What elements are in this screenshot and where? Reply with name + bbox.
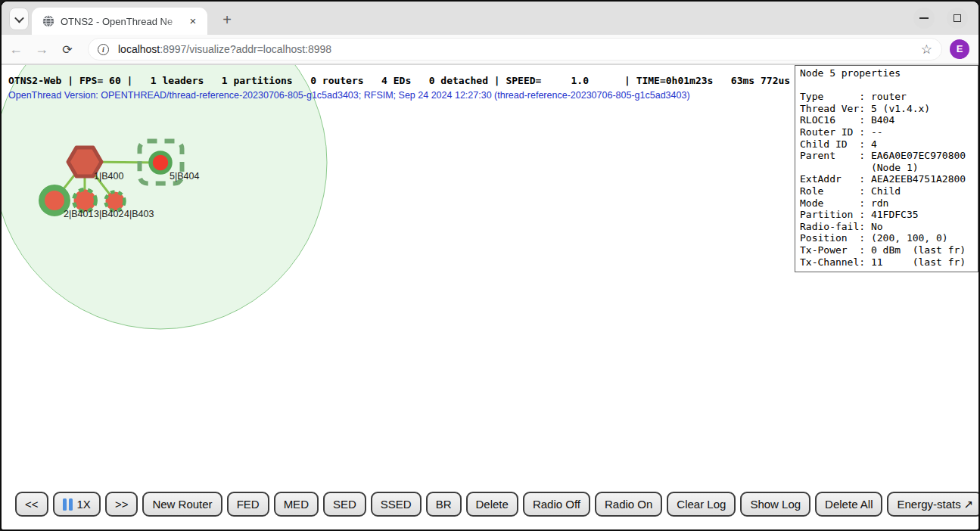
tab-search-button[interactable] [9,8,29,30]
node-2-label: 2|B401 [64,209,93,219]
node-4-circle[interactable] [106,192,125,211]
profile-avatar[interactable]: E [950,39,969,59]
browser-tab[interactable]: OTNS2 - OpenThread Ne × [32,8,207,35]
radio-on-button[interactable]: Radio On [595,492,662,517]
delete-button[interactable]: Delete [466,492,518,517]
clear-log-button[interactable]: Clear Log [667,492,736,517]
browser-toolbar: ← → ⟳ i localhost:8997/visualize?addr=lo… [2,35,978,65]
new-router-button[interactable]: New Router [142,492,222,517]
window-minimize-button[interactable] [913,8,935,29]
node-properties-panel: Node 5 properties Type : router Thread V… [795,65,978,272]
tab-strip: OTNS2 - OpenThread Ne × + [2,2,978,35]
control-toolbar: << 1X >> New Router FED MED SED SSED BR … [15,492,975,517]
speed-up-button[interactable]: >> [105,492,138,517]
ssed-button[interactable]: SSED [371,492,422,517]
page-info-icon[interactable]: i [98,44,109,55]
minimize-icon [919,17,929,19]
energy-stats-button[interactable]: Energy-stats ↗ [887,492,978,517]
url-text[interactable]: localhost:8997/visualize?addr=localhost:… [118,43,921,55]
browser-window: OTNS2 - OpenThread Ne × + ← → ⟳ i localh… [0,0,980,531]
sed-button[interactable]: SED [323,492,366,517]
speed-label: 1X [77,498,91,511]
show-log-button[interactable]: Show Log [740,492,810,517]
network-canvas[interactable]: 1|B400 5|B404 2|B401 3|B402 4|B403 [2,65,796,528]
play-pause-speed-button[interactable]: 1X [53,492,101,517]
maximize-icon [954,14,961,22]
address-bar[interactable]: i localhost:8997/visualize?addr=localhos… [88,38,942,61]
window-maximize-button[interactable] [947,8,968,29]
fed-button[interactable]: FED [227,492,269,517]
bookmark-star-icon[interactable]: ☆ [921,42,932,57]
node-3-label: 3|B402 [94,209,123,219]
speed-down-button[interactable]: << [15,492,48,517]
pause-icon [63,498,73,511]
reload-button[interactable]: ⟳ [56,42,79,57]
delete-all-button[interactable]: Delete All [815,492,882,517]
node-5-label: 5|B404 [170,171,199,182]
radio-off-button[interactable]: Radio Off [523,492,590,517]
tab-close-icon[interactable]: × [186,14,200,28]
openthread-version-text: OpenThread Version: OPENTHREAD/thread-re… [8,90,690,101]
chevron-down-icon [14,13,24,23]
url-path: :8997/visualize?addr=localhost:8998 [160,43,331,55]
otns-canvas-area: 1|B400 5|B404 2|B401 3|B402 4|B403 OTNS2… [2,65,978,528]
back-button[interactable]: ← [5,42,27,57]
forward-button[interactable]: → [30,42,53,57]
node-1-label: 1|B400 [94,171,123,182]
node-5-circle[interactable] [151,153,170,172]
url-host: localhost [118,43,160,55]
node-4-label: 4|B403 [124,209,154,219]
simulation-status-bar: OTNS2-Web | FPS= 60 | 1 leaders 1 partit… [8,75,790,86]
med-button[interactable]: MED [274,492,319,517]
tab-title: OTNS2 - OpenThread Ne [61,16,186,27]
br-button[interactable]: BR [426,492,462,517]
globe-icon [42,15,54,27]
new-tab-button[interactable]: + [216,9,238,30]
